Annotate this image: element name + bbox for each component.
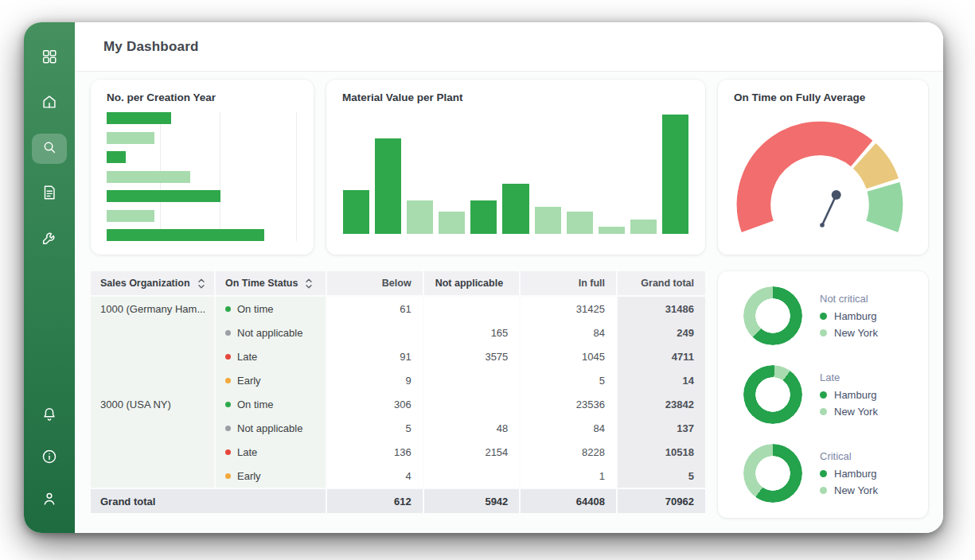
in-full-cell: 84 — [521, 416, 616, 440]
bar-segment — [535, 207, 561, 235]
status-cell: Late — [216, 344, 326, 368]
below-cell: 61 — [327, 297, 423, 321]
bar-row — [107, 190, 297, 202]
below-cell — [327, 321, 423, 344]
dashboard-content: No. per Creation Year Material Value per… — [75, 72, 943, 533]
grand-total-cell: 5 — [618, 464, 705, 488]
legend-item: Hamburg — [820, 468, 878, 480]
legend-dot — [820, 408, 827, 415]
wrench-icon — [41, 229, 58, 250]
bar-segment — [343, 190, 369, 235]
bell-icon — [41, 406, 58, 426]
sidebar-item-notifications[interactable] — [32, 401, 67, 431]
not-applicable-cell: 165 — [424, 321, 520, 344]
bar-row — [107, 229, 297, 241]
table-row: 3000 (USA NY)On time3062353623842 — [91, 392, 705, 416]
main-area: My Dashboard No. per Creation Year Mater… — [75, 22, 943, 533]
legend-item: New York — [820, 406, 878, 418]
donut-legend-title: Not critical — [820, 293, 878, 305]
bar-segment — [662, 115, 688, 234]
sidebar-item-apps[interactable] — [32, 43, 67, 73]
not-applicable-cell: 3575 — [424, 344, 520, 368]
org-cell: 1000 (Germany Ham... — [91, 297, 214, 321]
table-row: Early415 — [91, 464, 705, 488]
sidebar-item-tools[interactable] — [32, 224, 67, 255]
status-dot — [225, 402, 231, 407]
org-cell — [91, 440, 214, 464]
table-row: Late91357510454711 — [91, 344, 705, 368]
grand-total-below: 612 — [327, 489, 423, 513]
bar-segment — [107, 132, 154, 144]
document-icon — [41, 184, 58, 204]
legend-dot — [820, 470, 827, 477]
bar-segment — [599, 227, 625, 234]
status-donuts-card: Not critical Hamburg New York Late Hambu… — [718, 271, 928, 518]
not-applicable-cell — [424, 297, 520, 321]
below-cell: 136 — [327, 440, 423, 464]
not-applicable-cell — [424, 464, 520, 488]
grand-total-cell: 137 — [618, 416, 705, 440]
table-row: 1000 (Germany Ham...On time613142531486 — [91, 297, 705, 321]
header-sales-organization: Sales Organization — [91, 271, 214, 295]
bar-segment — [630, 220, 657, 234]
info-icon — [41, 448, 58, 469]
sidebar-item-info[interactable] — [32, 443, 67, 473]
status-dot — [225, 449, 231, 455]
sidebar-item-search[interactable] — [32, 134, 67, 164]
card-title: No. per Creation Year — [91, 80, 314, 103]
grand-total-total: 70962 — [618, 489, 705, 513]
bar-segment — [470, 200, 497, 234]
legend-dot — [820, 329, 827, 336]
sidebar-item-home[interactable] — [32, 88, 67, 119]
gauge-segment-green-zone — [865, 181, 903, 233]
grand-total-na: 5942 — [424, 489, 520, 513]
bar-segment — [107, 210, 154, 222]
home-icon — [41, 93, 58, 114]
donut-chart — [743, 286, 802, 345]
status-dot — [225, 354, 231, 360]
sidebar-item-profile[interactable] — [32, 485, 67, 515]
org-cell — [91, 464, 214, 488]
card-on-time-gauge: On Time on Fully Average — [718, 80, 928, 255]
donut-group-late: Late Hamburg New York — [731, 365, 915, 424]
below-cell: 4 — [327, 464, 423, 488]
status-cell: Early — [216, 368, 326, 392]
material-value-chart — [343, 115, 688, 234]
table-body: 1000 (Germany Ham...On time613142531486N… — [91, 297, 705, 488]
bar-row — [107, 210, 297, 222]
legend-item: Hamburg — [820, 389, 878, 401]
pivot-table: Sales Organization On Time Status — [91, 271, 705, 513]
legend-item: New York — [820, 484, 878, 496]
legend-dot — [820, 391, 827, 399]
sort-icon[interactable] — [305, 278, 313, 290]
sidebar-item-documents[interactable] — [32, 179, 67, 209]
topbar: My Dashboard — [75, 22, 943, 72]
legend-item: New York — [820, 327, 878, 339]
not-applicable-cell — [424, 392, 520, 416]
grand-total-cell: 10518 — [618, 440, 705, 464]
search-icon — [41, 138, 58, 159]
bar-row — [107, 112, 297, 124]
apps-icon — [41, 48, 58, 68]
header-in-full: In full — [521, 271, 616, 295]
app-window: My Dashboard No. per Creation Year Mater… — [24, 22, 943, 533]
org-cell: 3000 (USA NY) — [91, 392, 214, 416]
grand-total-label: Grand total — [91, 489, 326, 513]
below-cell: 306 — [327, 392, 423, 416]
status-cell: Not applicable — [216, 416, 326, 440]
below-cell: 91 — [327, 344, 423, 368]
legend-dot — [820, 487, 827, 494]
table-row: Early9514 — [91, 368, 705, 392]
bar-segment — [107, 171, 190, 183]
bar-segment — [502, 184, 528, 234]
user-icon — [41, 490, 58, 511]
table-header-row: Sales Organization On Time Status — [91, 271, 705, 295]
status-dot — [225, 426, 231, 431]
sort-icon[interactable] — [197, 278, 205, 290]
status-cell: Early — [216, 464, 326, 488]
below-cell: 9 — [327, 368, 423, 392]
card-title: On Time on Fully Average — [718, 80, 928, 103]
grand-total-row: Grand total 612 5942 64408 70962 — [91, 489, 705, 513]
grand-total-in-full: 64408 — [521, 489, 616, 513]
gauge-needle — [820, 190, 841, 228]
